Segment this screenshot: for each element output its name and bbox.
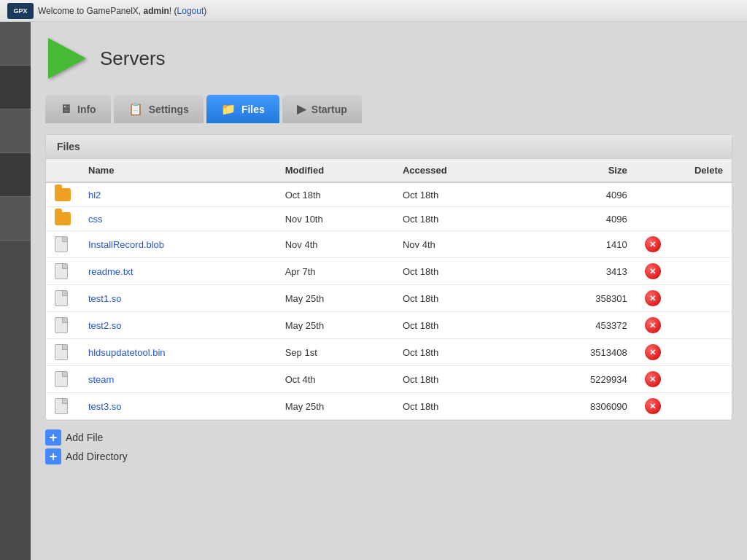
sidebar-item-3[interactable]	[0, 109, 31, 153]
file-type-icon-cell	[46, 207, 80, 231]
col-modified: Modified	[276, 159, 394, 182]
settings-tab-icon: 📋	[128, 102, 143, 116]
file-size-cell: 8306090	[522, 393, 635, 420]
delete-button[interactable]	[645, 371, 661, 387]
file-name-cell: hl2	[80, 182, 276, 207]
sidebar-item-4[interactable]	[0, 153, 31, 197]
file-type-icon-cell	[46, 285, 80, 312]
file-modified-cell: May 25th	[276, 312, 394, 339]
add-file-link[interactable]: + Add File	[45, 429, 732, 446]
sidebar	[0, 22, 31, 560]
file-size-cell: 1410	[522, 231, 635, 258]
add-file-label: Add File	[66, 432, 103, 443]
file-accessed-cell: Oct 18th	[394, 393, 522, 420]
delete-button[interactable]	[645, 290, 661, 306]
tabs-bar: 🖥 Info 📋 Settings 📁 Files ▶ Startup	[45, 95, 732, 123]
add-directory-icon: +	[45, 448, 61, 464]
table-header: Name Modified Accessed Size Delete	[46, 159, 732, 182]
play-triangle-icon	[48, 38, 86, 79]
add-directory-link[interactable]: + Add Directory	[45, 448, 732, 464]
table-row: test3.soMay 25thOct 18th8306090	[46, 393, 732, 420]
file-delete-cell	[636, 231, 732, 258]
file-name-cell: InstallRecord.blob	[80, 231, 276, 258]
file-name-link[interactable]: test3.so	[88, 401, 122, 412]
page-header: Servers	[45, 36, 732, 80]
delete-button[interactable]	[645, 263, 661, 279]
tab-settings[interactable]: 📋 Settings	[114, 95, 204, 123]
table-row: test1.soMay 25thOct 18th358301	[46, 285, 732, 312]
file-name-cell: test3.so	[80, 393, 276, 420]
file-type-icon-cell	[46, 312, 80, 339]
actions-area: + Add File + Add Directory	[45, 429, 732, 464]
col-icon	[46, 159, 80, 182]
file-name-cell: readme.txt	[80, 258, 276, 285]
table-row: readme.txtApr 7thOct 18th3413	[46, 258, 732, 285]
file-name-link[interactable]: test2.so	[88, 320, 122, 331]
file-delete-cell	[636, 312, 732, 339]
file-size-cell: 3413	[522, 258, 635, 285]
file-name-cell: css	[80, 207, 276, 231]
file-name-link[interactable]: readme.txt	[88, 266, 133, 277]
file-name-cell: steam	[80, 366, 276, 393]
tab-startup[interactable]: ▶ Startup	[282, 95, 362, 123]
delete-button[interactable]	[645, 398, 661, 414]
col-size: Size	[522, 159, 635, 182]
folder-icon	[55, 188, 71, 201]
file-name-link[interactable]: InstallRecord.blob	[88, 239, 164, 250]
file-size-cell: 4096	[522, 207, 635, 231]
file-name-cell: test1.so	[80, 285, 276, 312]
tab-files[interactable]: 📁 Files	[206, 95, 279, 123]
delete-button[interactable]	[645, 236, 661, 252]
file-delete-cell	[636, 207, 732, 231]
file-icon	[55, 290, 68, 306]
file-modified-cell: Nov 4th	[276, 231, 394, 258]
file-size-cell: 5229934	[522, 366, 635, 393]
file-name-link[interactable]: steam	[88, 374, 114, 385]
file-size-cell: 358301	[522, 285, 635, 312]
file-accessed-cell: Oct 18th	[394, 339, 522, 366]
startup-tab-icon: ▶	[297, 102, 306, 116]
table-row: cssNov 10thOct 18th4096	[46, 207, 732, 231]
tab-info[interactable]: 🖥 Info	[45, 95, 111, 123]
sidebar-item-5[interactable]	[0, 197, 31, 241]
file-name-link[interactable]: test1.so	[88, 293, 122, 304]
logo: GPX	[7, 3, 34, 19]
file-modified-cell: Oct 18th	[276, 182, 394, 207]
file-icon	[55, 344, 68, 360]
file-modified-cell: Oct 4th	[276, 366, 394, 393]
file-modified-cell: Nov 10th	[276, 207, 394, 231]
file-icon	[55, 371, 68, 387]
file-delete-cell	[636, 285, 732, 312]
delete-button[interactable]	[645, 317, 661, 333]
sidebar-item-1[interactable]	[0, 22, 31, 66]
file-accessed-cell: Oct 18th	[394, 182, 522, 207]
file-delete-cell	[636, 339, 732, 366]
file-name-link[interactable]: hl2	[88, 190, 101, 201]
logout-link[interactable]: Logout	[177, 6, 204, 16]
delete-button[interactable]	[645, 344, 661, 360]
file-table: Name Modified Accessed Size Delete hl2Oc…	[46, 159, 732, 420]
file-name-link[interactable]: hldsupdatetool.bin	[88, 347, 166, 358]
file-modified-cell: Apr 7th	[276, 258, 394, 285]
table-row: steamOct 4thOct 18th5229934	[46, 366, 732, 393]
col-accessed: Accessed	[394, 159, 522, 182]
servers-icon	[45, 36, 89, 80]
file-delete-cell	[636, 258, 732, 285]
file-modified-cell: May 25th	[276, 285, 394, 312]
file-accessed-cell: Oct 18th	[394, 258, 522, 285]
add-file-icon: +	[45, 429, 61, 446]
add-directory-label: Add Directory	[66, 451, 128, 462]
file-name-link[interactable]: css	[88, 214, 103, 225]
sidebar-item-2[interactable]	[0, 66, 31, 109]
file-accessed-cell: Nov 4th	[394, 231, 522, 258]
panel-header: Files	[46, 135, 732, 159]
table-row: hl2Oct 18thOct 18th4096	[46, 182, 732, 207]
file-size-cell: 3513408	[522, 339, 635, 366]
file-table-body: hl2Oct 18thOct 18th4096cssNov 10thOct 18…	[46, 182, 732, 420]
col-name: Name	[80, 159, 276, 182]
layout: Servers 🖥 Info 📋 Settings 📁 Files ▶ Star…	[0, 22, 747, 560]
file-type-icon-cell	[46, 366, 80, 393]
file-type-icon-cell	[46, 393, 80, 420]
table-row: InstallRecord.blobNov 4thNov 4th1410	[46, 231, 732, 258]
file-accessed-cell: Oct 18th	[394, 366, 522, 393]
